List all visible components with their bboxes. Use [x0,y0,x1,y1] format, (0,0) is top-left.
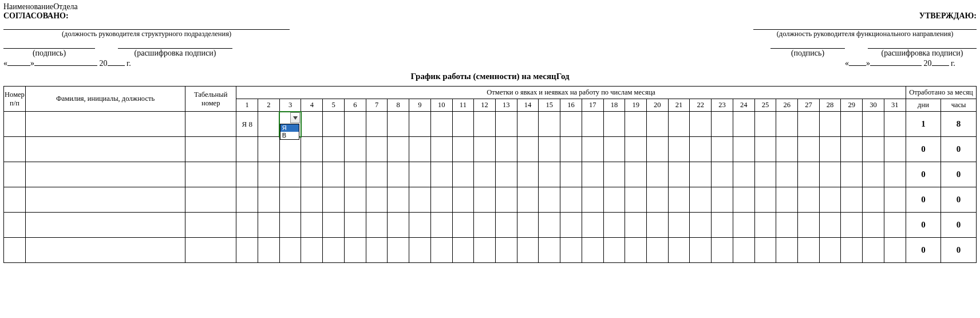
cell-day[interactable] [452,238,474,263]
cell-day[interactable] [603,187,625,213]
cell-day[interactable] [366,187,388,213]
cell-day[interactable] [819,162,841,187]
cell-day[interactable] [495,137,517,162]
cell-day[interactable] [754,187,776,213]
cell-day[interactable] [798,137,820,162]
cell-fio[interactable] [25,112,185,137]
cell-day[interactable] [474,137,496,162]
decode-line-left[interactable] [118,41,232,49]
cell-day[interactable] [646,187,668,213]
cell-day[interactable] [841,238,863,263]
cell-day[interactable] [323,238,345,263]
cell-day[interactable] [539,112,560,137]
cell-day[interactable] [258,238,280,263]
cell-day[interactable] [517,187,539,213]
cell-fio[interactable] [25,162,185,187]
cell-day[interactable] [495,112,517,137]
cell-day[interactable] [495,187,517,213]
cell-day[interactable] [366,112,388,137]
cell-day[interactable] [344,162,366,187]
cell-number[interactable] [4,137,26,162]
dropdown-option[interactable]: Я [280,124,299,132]
cell-day[interactable] [388,137,409,162]
cell-day[interactable] [733,162,754,187]
cell-number[interactable] [4,112,26,137]
cell-day[interactable] [323,112,345,137]
cell-day[interactable] [539,137,560,162]
cell-day[interactable] [668,112,690,137]
cell-day[interactable] [690,238,712,263]
cell-day[interactable] [409,213,431,238]
cell-day[interactable] [409,112,431,137]
cell-day[interactable] [344,238,366,263]
signature-line-right[interactable] [770,41,845,49]
cell-day[interactable] [582,137,603,162]
cell-day[interactable] [841,112,863,137]
cell-day[interactable] [776,162,798,187]
cell-day[interactable] [712,162,733,187]
cell-number[interactable] [4,238,26,263]
cell-day[interactable] [646,137,668,162]
cell-day[interactable] [344,213,366,238]
cell-day[interactable] [301,162,323,187]
cell-day[interactable] [236,137,258,162]
cell-day[interactable] [776,112,798,137]
cell-tabnum[interactable] [185,137,236,162]
cell-day[interactable] [279,213,301,238]
cell-day[interactable] [474,162,496,187]
cell-day[interactable] [517,213,539,238]
cell-day[interactable] [733,137,754,162]
cell-day[interactable] [323,137,345,162]
cell-day[interactable] [776,137,798,162]
cell-day[interactable] [560,112,582,137]
cell-number[interactable] [4,187,26,213]
cell-day[interactable] [474,238,496,263]
cell-day[interactable] [819,137,841,162]
cell-day[interactable] [517,137,539,162]
cell-day[interactable] [323,213,345,238]
cell-day[interactable] [819,238,841,263]
cell-day[interactable] [884,238,906,263]
cell-day[interactable] [430,238,452,263]
cell-day[interactable] [560,238,582,263]
cell-day[interactable] [279,137,301,162]
cell-day[interactable]: ЯВ [279,112,301,137]
cell-day[interactable] [625,112,647,137]
cell-day[interactable] [733,238,754,263]
cell-day[interactable] [646,238,668,263]
cell-day[interactable] [344,137,366,162]
cell-day[interactable] [819,112,841,137]
cell-day[interactable] [258,162,280,187]
cell-tabnum[interactable] [185,112,236,137]
cell-day[interactable] [258,137,280,162]
cell-day[interactable] [625,238,647,263]
cell-day[interactable] [733,213,754,238]
cell-day[interactable] [603,238,625,263]
cell-day[interactable] [863,238,884,263]
cell-day[interactable] [798,213,820,238]
cell-fio[interactable] [25,187,185,213]
cell-day[interactable] [474,187,496,213]
cell-day[interactable] [430,162,452,187]
cell-day[interactable] [258,112,280,137]
cell-day[interactable] [754,112,776,137]
cell-day[interactable] [754,162,776,187]
cell-day[interactable] [603,162,625,187]
cell-day[interactable] [409,137,431,162]
cell-day[interactable] [560,137,582,162]
cell-day[interactable] [430,112,452,137]
cell-day[interactable] [625,162,647,187]
cell-day[interactable] [668,137,690,162]
cell-day[interactable] [776,213,798,238]
date-day-left[interactable] [7,65,30,66]
cell-day[interactable] [236,213,258,238]
dropdown-button[interactable] [290,112,300,123]
cell-day[interactable] [258,187,280,213]
cell-day[interactable] [819,213,841,238]
cell-day[interactable] [582,162,603,187]
cell-day[interactable] [344,112,366,137]
cell-day[interactable] [430,213,452,238]
cell-number[interactable] [4,162,26,187]
cell-day[interactable] [884,137,906,162]
cell-day[interactable] [582,213,603,238]
